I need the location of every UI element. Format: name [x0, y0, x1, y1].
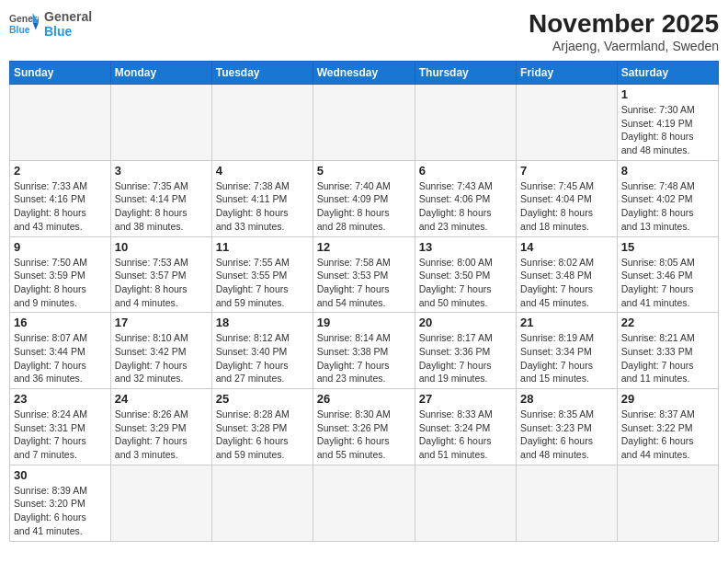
calendar-cell: 21Sunrise: 8:19 AM Sunset: 3:34 PM Dayli…: [517, 313, 618, 389]
day-info: Sunrise: 7:50 AM Sunset: 3:59 PM Dayligh…: [14, 256, 107, 310]
day-number: 4: [216, 164, 309, 178]
calendar-cell: 7Sunrise: 7:45 AM Sunset: 4:04 PM Daylig…: [517, 160, 618, 236]
day-number: 14: [520, 240, 613, 254]
calendar-cell: [617, 465, 718, 541]
day-info: Sunrise: 8:05 AM Sunset: 3:46 PM Dayligh…: [621, 256, 714, 310]
day-number: 5: [317, 164, 411, 178]
day-info: Sunrise: 8:19 AM Sunset: 3:34 PM Dayligh…: [520, 331, 613, 385]
day-number: 25: [216, 392, 309, 406]
calendar-cell: [517, 465, 618, 541]
day-info: Sunrise: 8:10 AM Sunset: 3:42 PM Dayligh…: [115, 331, 208, 385]
day-info: Sunrise: 8:28 AM Sunset: 3:28 PM Dayligh…: [216, 408, 309, 462]
calendar-cell: [110, 85, 211, 161]
calendar-cell: 10Sunrise: 7:53 AM Sunset: 3:57 PM Dayli…: [110, 236, 211, 313]
day-info: Sunrise: 8:30 AM Sunset: 3:26 PM Dayligh…: [317, 408, 411, 462]
day-number: 26: [317, 392, 411, 406]
day-number: 12: [317, 240, 411, 254]
day-number: 20: [419, 316, 512, 329]
day-number: 16: [14, 316, 107, 329]
calendar-cell: 29Sunrise: 8:37 AM Sunset: 3:22 PM Dayli…: [617, 389, 718, 465]
day-info: Sunrise: 8:26 AM Sunset: 3:29 PM Dayligh…: [115, 408, 208, 462]
calendar-cell: [517, 85, 618, 161]
day-info: Sunrise: 8:21 AM Sunset: 3:33 PM Dayligh…: [621, 331, 714, 385]
calendar-cell: 5Sunrise: 7:40 AM Sunset: 4:09 PM Daylig…: [313, 160, 415, 236]
location-subtitle: Arjaeng, Vaermland, Sweden: [529, 39, 719, 53]
day-number: 23: [14, 392, 107, 406]
calendar-cell: 2Sunrise: 7:33 AM Sunset: 4:16 PM Daylig…: [10, 160, 111, 236]
calendar-cell: 18Sunrise: 8:12 AM Sunset: 3:40 PM Dayli…: [211, 313, 313, 389]
svg-text:Blue: Blue: [9, 25, 30, 35]
calendar-cell: 8Sunrise: 7:48 AM Sunset: 4:02 PM Daylig…: [617, 160, 718, 236]
calendar-cell: 19Sunrise: 8:14 AM Sunset: 3:38 PM Dayli…: [313, 313, 415, 389]
calendar-cell: 25Sunrise: 8:28 AM Sunset: 3:28 PM Dayli…: [211, 389, 313, 465]
logo: General Blue General Blue: [9, 9, 92, 39]
day-number: 15: [621, 240, 714, 254]
day-number: 8: [621, 164, 714, 178]
day-number: 17: [115, 316, 208, 329]
calendar-cell: 23Sunrise: 8:24 AM Sunset: 3:31 PM Dayli…: [10, 389, 111, 465]
calendar-cell: 17Sunrise: 8:10 AM Sunset: 3:42 PM Dayli…: [110, 313, 211, 389]
month-title: November 2025: [529, 9, 719, 39]
title-block: November 2025 Arjaeng, Vaermland, Sweden: [529, 9, 719, 53]
calendar-header: SundayMondayTuesdayWednesdayThursdayFrid…: [10, 62, 719, 85]
day-number: 21: [520, 316, 613, 329]
day-info: Sunrise: 8:35 AM Sunset: 3:23 PM Dayligh…: [520, 408, 613, 462]
day-info: Sunrise: 7:33 AM Sunset: 4:16 PM Dayligh…: [14, 179, 107, 234]
day-number: 29: [621, 392, 714, 406]
day-number: 11: [216, 240, 309, 254]
weekday-monday: Monday: [110, 62, 211, 85]
weekday-tuesday: Tuesday: [211, 62, 313, 85]
day-info: Sunrise: 8:14 AM Sunset: 3:38 PM Dayligh…: [317, 331, 411, 385]
day-number: 24: [115, 392, 208, 406]
day-info: Sunrise: 7:40 AM Sunset: 4:09 PM Dayligh…: [317, 179, 411, 234]
calendar-cell: 3Sunrise: 7:35 AM Sunset: 4:14 PM Daylig…: [110, 160, 211, 236]
calendar-body: 1Sunrise: 7:30 AM Sunset: 4:19 PM Daylig…: [10, 85, 719, 542]
calendar-cell: [415, 465, 516, 541]
day-number: 13: [419, 240, 512, 254]
calendar-cell: 1Sunrise: 7:30 AM Sunset: 4:19 PM Daylig…: [617, 85, 718, 161]
calendar-cell: [313, 465, 415, 541]
day-info: Sunrise: 7:45 AM Sunset: 4:04 PM Dayligh…: [520, 179, 613, 234]
day-info: Sunrise: 8:39 AM Sunset: 3:20 PM Dayligh…: [14, 484, 107, 538]
calendar-cell: 27Sunrise: 8:33 AM Sunset: 3:24 PM Dayli…: [415, 389, 516, 465]
calendar-cell: 6Sunrise: 7:43 AM Sunset: 4:06 PM Daylig…: [415, 160, 516, 236]
calendar-week-row: 30Sunrise: 8:39 AM Sunset: 3:20 PM Dayli…: [10, 465, 719, 541]
day-number: 1: [621, 87, 714, 101]
day-info: Sunrise: 8:37 AM Sunset: 3:22 PM Dayligh…: [621, 408, 714, 462]
day-info: Sunrise: 7:38 AM Sunset: 4:11 PM Dayligh…: [216, 179, 309, 234]
calendar-cell: [10, 85, 111, 161]
calendar-week-row: 2Sunrise: 7:33 AM Sunset: 4:16 PM Daylig…: [10, 160, 719, 236]
calendar-cell: 14Sunrise: 8:02 AM Sunset: 3:48 PM Dayli…: [517, 236, 618, 313]
calendar-cell: 11Sunrise: 7:55 AM Sunset: 3:55 PM Dayli…: [211, 236, 313, 313]
weekday-sunday: Sunday: [10, 62, 111, 85]
day-info: Sunrise: 8:02 AM Sunset: 3:48 PM Dayligh…: [520, 256, 613, 310]
day-number: 2: [14, 164, 107, 178]
day-number: 27: [419, 392, 512, 406]
day-number: 7: [520, 164, 613, 178]
calendar-week-row: 16Sunrise: 8:07 AM Sunset: 3:44 PM Dayli…: [10, 313, 719, 389]
day-number: 28: [520, 392, 613, 406]
calendar-cell: 4Sunrise: 7:38 AM Sunset: 4:11 PM Daylig…: [211, 160, 313, 236]
day-number: 9: [14, 240, 107, 254]
page-header: General Blue General Blue November 2025 …: [9, 9, 719, 53]
weekday-wednesday: Wednesday: [313, 62, 415, 85]
calendar-cell: 20Sunrise: 8:17 AM Sunset: 3:36 PM Dayli…: [415, 313, 516, 389]
day-info: Sunrise: 7:30 AM Sunset: 4:19 PM Dayligh…: [621, 103, 714, 157]
calendar-cell: 24Sunrise: 8:26 AM Sunset: 3:29 PM Dayli…: [110, 389, 211, 465]
day-info: Sunrise: 8:07 AM Sunset: 3:44 PM Dayligh…: [14, 331, 107, 385]
day-info: Sunrise: 8:12 AM Sunset: 3:40 PM Dayligh…: [216, 331, 309, 385]
calendar-cell: [313, 85, 415, 161]
weekday-thursday: Thursday: [415, 62, 516, 85]
calendar-cell: 26Sunrise: 8:30 AM Sunset: 3:26 PM Dayli…: [313, 389, 415, 465]
day-info: Sunrise: 7:35 AM Sunset: 4:14 PM Dayligh…: [115, 179, 208, 234]
calendar-cell: 9Sunrise: 7:50 AM Sunset: 3:59 PM Daylig…: [10, 236, 111, 313]
calendar-cell: 15Sunrise: 8:05 AM Sunset: 3:46 PM Dayli…: [617, 236, 718, 313]
logo-general-text: General: [44, 9, 92, 24]
day-info: Sunrise: 8:33 AM Sunset: 3:24 PM Dayligh…: [419, 408, 512, 462]
weekday-friday: Friday: [517, 62, 618, 85]
calendar-week-row: 9Sunrise: 7:50 AM Sunset: 3:59 PM Daylig…: [10, 236, 719, 313]
calendar-cell: 12Sunrise: 7:58 AM Sunset: 3:53 PM Dayli…: [313, 236, 415, 313]
logo-blue-text: Blue: [44, 24, 92, 39]
calendar-cell: 28Sunrise: 8:35 AM Sunset: 3:23 PM Dayli…: [517, 389, 618, 465]
calendar-table: SundayMondayTuesdayWednesdayThursdayFrid…: [9, 61, 719, 542]
